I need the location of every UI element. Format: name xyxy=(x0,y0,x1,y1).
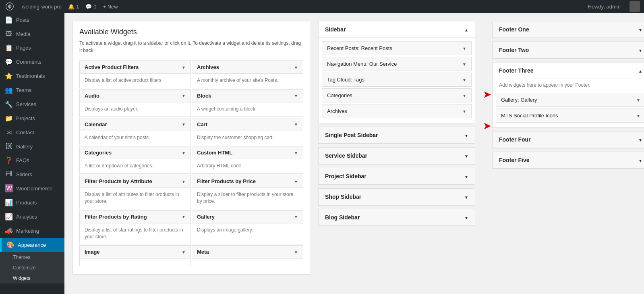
products-icon: 📊 xyxy=(5,199,13,206)
chevron-down-icon xyxy=(636,98,640,102)
sidebar-item-marketing[interactable]: 📣 Marketing xyxy=(0,224,64,238)
media-icon: 🖼 xyxy=(5,30,13,38)
widget-header-filter-by-rating: Filter Products by Rating xyxy=(80,211,191,223)
widget-desc-active-product-filters: Display a list of active product filters… xyxy=(80,74,191,88)
widget-desc-cart: Display the customer shopping cart. xyxy=(192,131,303,145)
placed-widget-gallery[interactable]: Gallery: Gallery xyxy=(496,93,644,107)
new-item[interactable]: + New xyxy=(103,4,118,10)
sidebar-area-header-sidebar[interactable]: Sidebar xyxy=(319,21,475,38)
chevron-down-icon xyxy=(294,93,298,98)
chevron-down-icon xyxy=(182,250,186,254)
footer-area-header-three[interactable]: Footer Three xyxy=(493,63,644,79)
widget-header-gallery: Gallery xyxy=(192,211,303,223)
placed-widget-recent-posts[interactable]: Recent Posts: Recent Posts xyxy=(322,41,472,55)
widget-archives[interactable]: Archives A monthly archive of your site'… xyxy=(192,60,303,88)
widget-block[interactable]: Block A widget containing a block. xyxy=(192,89,303,117)
widget-grid: Active Product Filters Display a list of… xyxy=(79,60,303,266)
howdy-text: Howdy, admin xyxy=(588,4,621,10)
footer-area-header-four[interactable]: Footer Four xyxy=(493,131,644,148)
chevron-down-icon xyxy=(294,250,298,254)
chevron-down-icon xyxy=(182,122,186,127)
widget-filter-by-rating[interactable]: Filter Products by Rating Display a list… xyxy=(79,210,191,245)
updates-count[interactable]: 🔔 1 xyxy=(68,4,79,10)
widget-gallery[interactable]: Gallery Displays an image gallery. xyxy=(192,210,303,245)
widget-categories[interactable]: Categories A list or dropdown of categor… xyxy=(79,146,191,174)
placed-widget-mts-social[interactable]: MTS Social Profile Icons xyxy=(496,108,644,123)
sliders-label: Sliders xyxy=(16,171,32,177)
site-name[interactable]: welding-work-pro xyxy=(22,4,62,10)
placed-widget-categories[interactable]: Categories xyxy=(322,88,472,102)
chevron-down-icon xyxy=(182,65,186,70)
comments-count[interactable]: 💬 0 xyxy=(85,4,96,10)
placed-widget-tag-cloud[interactable]: Tag Cloud: Tags xyxy=(322,73,472,87)
comments-label: Comments xyxy=(16,59,41,65)
placed-widget-name: Navigation Menu: Our Service xyxy=(327,61,397,67)
widget-filter-by-attribute[interactable]: Filter Products by Attribute Display a l… xyxy=(79,175,191,209)
sidebar-area-header-single-post[interactable]: Single Post Sidebar xyxy=(319,127,475,144)
widget-desc-meta xyxy=(192,259,303,266)
media-label: Media xyxy=(16,31,30,37)
chevron-down-icon xyxy=(464,194,468,200)
footer-area-header-one[interactable]: Footer One xyxy=(493,21,644,38)
chevron-down-icon xyxy=(636,113,640,118)
sidebar-item-contact[interactable]: ✉ Contact xyxy=(0,125,64,140)
widget-image[interactable]: Image xyxy=(79,245,191,266)
placed-widget-archives[interactable]: Archives xyxy=(322,104,472,118)
sidebar-area-header-shop[interactable]: Shop Sidebar xyxy=(319,189,475,205)
widget-meta[interactable]: Meta xyxy=(192,245,303,266)
red-arrows-container: ➤ ➤ xyxy=(483,21,491,131)
sidebar-item-products[interactable]: 📊 Products xyxy=(0,196,64,210)
sidebar-item-appearance[interactable]: 🎨 Appearance xyxy=(0,238,64,252)
widget-header-active-product-filters: Active Product Filters xyxy=(80,61,191,74)
placed-widget-name: Gallery: Gallery xyxy=(501,97,537,103)
placed-widget-nav-menu[interactable]: Navigation Menu: Our Service xyxy=(322,57,472,71)
submenu-customize[interactable]: Customize xyxy=(0,263,64,273)
user-avatar xyxy=(630,1,640,12)
widget-calendar[interactable]: Calendar A calendar of your site's posts… xyxy=(79,118,191,146)
sidebar-item-services[interactable]: 🔧 Services xyxy=(0,97,64,111)
faqs-label: FAQs xyxy=(16,157,29,163)
analytics-label: Analytics xyxy=(16,214,37,220)
widget-active-product-filters[interactable]: Active Product Filters Display a list of… xyxy=(79,60,191,88)
sidebar-area-header-service[interactable]: Service Sidebar xyxy=(319,148,475,164)
footer-area-desc-three: Add widgets here to appear in your Foote… xyxy=(493,79,644,90)
sidebar-item-posts[interactable]: 📄 Posts xyxy=(0,13,64,27)
sidebar-item-woocommerce[interactable]: W WooCommerce xyxy=(0,181,64,196)
sidebar-area-header-blog[interactable]: Blog Sidebar xyxy=(319,209,475,226)
widget-filter-by-price[interactable]: Filter Products by Price Display a slide… xyxy=(192,175,303,209)
footer-area-four: Footer Four xyxy=(492,131,644,148)
widget-custom-html[interactable]: Custom HTML Arbitrary HTML code. xyxy=(192,146,303,174)
sidebar-item-media[interactable]: 🖼 Media xyxy=(0,27,64,41)
sidebar-area-title-service: Service Sidebar xyxy=(325,152,367,159)
footer-area-two: Footer Two xyxy=(492,42,644,59)
sidebar-item-gallery[interactable]: 🖼 Gallery xyxy=(0,140,64,153)
sidebar-area-content-sidebar: Recent Posts: Recent Posts Navigation Me… xyxy=(319,38,475,123)
widget-header-filter-by-price: Filter Products by Price xyxy=(192,175,303,188)
submenu-widgets[interactable]: Widgets ◄ xyxy=(0,273,64,284)
sidebar-item-analytics[interactable]: 📈 Analytics xyxy=(0,210,64,224)
sidebar-area-header-project[interactable]: Project Sidebar xyxy=(319,168,475,185)
woocommerce-label: WooCommerce xyxy=(16,186,52,192)
sidebar-item-faqs[interactable]: ❓ FAQs xyxy=(0,153,64,167)
sidebar-area-title-blog: Blog Sidebar xyxy=(325,214,360,221)
sidebar-item-sliders[interactable]: 🎞 Sliders xyxy=(0,167,64,181)
posts-icon: 📄 xyxy=(5,16,13,24)
themes-label: Themes xyxy=(13,254,30,260)
chevron-down-icon xyxy=(638,136,642,143)
chevron-up-icon xyxy=(638,67,642,74)
wp-logo[interactable] xyxy=(4,1,15,12)
sidebar-item-projects[interactable]: 📁 Projects xyxy=(0,111,64,125)
submenu-themes[interactable]: Themes xyxy=(0,252,64,263)
sidebar-item-teams[interactable]: 👥 Teams xyxy=(0,83,64,97)
sidebar-area-sidebar: Sidebar Recent Posts: Recent Posts Navig… xyxy=(318,21,475,123)
footer-area-header-five[interactable]: Footer Five xyxy=(493,152,644,169)
widget-cart[interactable]: Cart Display the customer shopping cart. xyxy=(192,118,303,146)
widget-audio[interactable]: Audio Displays an audio player. xyxy=(79,89,191,117)
placed-widget-name: Recent Posts: Recent Posts xyxy=(327,45,392,51)
sidebar-item-comments[interactable]: 💬 Comments xyxy=(0,55,64,69)
pages-label: Pages xyxy=(16,45,31,51)
sidebar-item-pages[interactable]: 📋 Pages xyxy=(0,41,64,55)
sidebar-item-testimonials[interactable]: ⭐ Testimonials xyxy=(0,69,64,83)
widget-desc-calendar: A calendar of your site's posts. xyxy=(80,131,191,145)
footer-area-header-two[interactable]: Footer Two xyxy=(493,42,644,58)
